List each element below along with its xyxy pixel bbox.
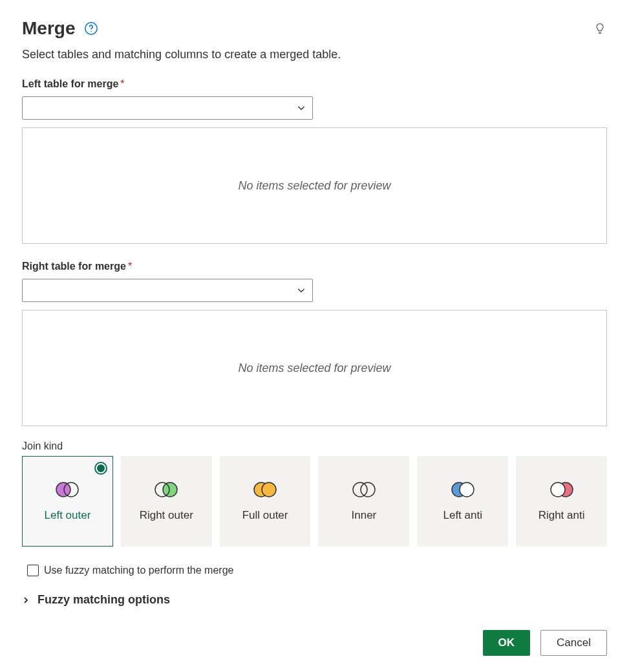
- join-left-anti[interactable]: Left anti: [417, 456, 508, 547]
- required-indicator: *: [120, 78, 124, 89]
- svg-point-8: [353, 482, 367, 497]
- required-indicator: *: [128, 261, 132, 272]
- svg-point-1: [91, 31, 92, 32]
- right-table-label: Right table for merge*: [22, 261, 607, 272]
- chevron-down-icon: [297, 286, 306, 295]
- header-left: Merge: [22, 18, 98, 39]
- fuzzy-checkbox-row: Use fuzzy matching to perform the merge: [22, 565, 607, 576]
- fuzzy-options-expander[interactable]: Fuzzy matching options: [22, 593, 607, 607]
- venn-right-outer-icon: [152, 481, 180, 499]
- right-table-label-text: Right table for merge: [22, 261, 126, 272]
- join-right-outer[interactable]: Right outer: [121, 456, 212, 547]
- join-card-label: Left outer: [45, 509, 91, 522]
- fuzzy-checkbox-label: Use fuzzy matching to perform the merge: [44, 565, 233, 576]
- dialog-subtitle: Select tables and matching columns to cr…: [22, 48, 607, 61]
- left-preview-placeholder: No items selected for preview: [238, 179, 390, 193]
- venn-left-outer-icon: [53, 481, 81, 499]
- fuzzy-expander-label: Fuzzy matching options: [37, 593, 170, 607]
- left-table-label-text: Left table for merge: [22, 78, 118, 89]
- right-table-dropdown[interactable]: [22, 279, 313, 302]
- ok-button[interactable]: OK: [483, 630, 531, 656]
- join-inner[interactable]: Inner: [318, 456, 409, 547]
- join-right-anti[interactable]: Right anti: [516, 456, 607, 547]
- dialog-title: Merge: [22, 18, 75, 39]
- svg-point-2: [56, 482, 70, 497]
- venn-left-anti-icon: [449, 481, 477, 499]
- help-icon[interactable]: [84, 21, 98, 36]
- svg-point-11: [460, 482, 474, 497]
- join-card-label: Left anti: [443, 509, 482, 522]
- left-table-preview: No items selected for preview: [22, 127, 607, 244]
- cancel-button[interactable]: Cancel: [540, 630, 607, 656]
- right-table-preview: No items selected for preview: [22, 310, 607, 426]
- chevron-right-icon: [22, 596, 30, 604]
- join-card-label: Right outer: [140, 509, 193, 522]
- join-kind-grid: Left outer Right outer Full outer: [22, 456, 607, 547]
- fuzzy-checkbox[interactable]: [27, 565, 39, 576]
- venn-inner-icon: [350, 481, 378, 499]
- join-left-outer[interactable]: Left outer: [22, 456, 113, 547]
- join-kind-label: Join kind: [22, 440, 607, 452]
- left-table-label: Left table for merge*: [22, 78, 607, 90]
- venn-full-outer-icon: [251, 481, 279, 499]
- join-full-outer[interactable]: Full outer: [220, 456, 311, 547]
- left-table-dropdown[interactable]: [22, 96, 313, 120]
- chevron-down-icon: [297, 103, 306, 113]
- dialog-footer: OK Cancel: [22, 630, 607, 656]
- join-card-label: Full outer: [242, 509, 288, 522]
- header-row: Merge: [22, 18, 607, 39]
- join-card-label: Right anti: [538, 509, 585, 522]
- svg-point-4: [163, 482, 177, 497]
- svg-point-7: [262, 482, 276, 497]
- svg-point-9: [361, 482, 375, 497]
- lightbulb-icon[interactable]: [593, 21, 607, 36]
- venn-right-anti-icon: [548, 481, 576, 499]
- selected-radio-icon: [94, 462, 107, 475]
- right-preview-placeholder: No items selected for preview: [238, 362, 390, 375]
- svg-point-13: [551, 482, 565, 497]
- merge-dialog: Merge Select tables and matching columns…: [0, 0, 629, 672]
- join-card-label: Inner: [352, 509, 377, 522]
